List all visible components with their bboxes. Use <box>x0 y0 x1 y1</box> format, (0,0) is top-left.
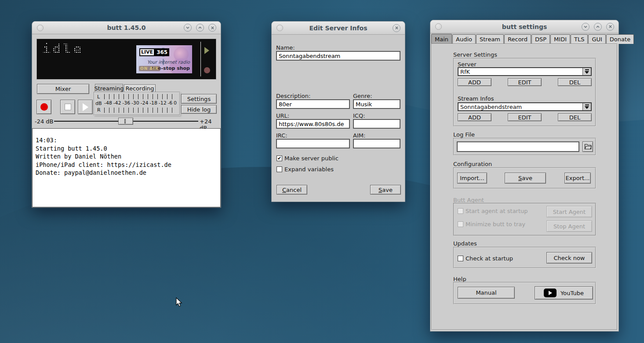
tab-donate[interactable]: Donate <box>606 34 634 44</box>
url-field[interactable] <box>276 119 350 129</box>
server-dropdown[interactable]: RfK <box>458 67 592 76</box>
record-status-dot-icon <box>204 67 210 73</box>
close-icon <box>395 26 399 30</box>
tab-dsp[interactable]: DSP <box>531 34 550 44</box>
dropdown-arrow-icon <box>582 68 591 75</box>
maximize-button[interactable] <box>196 24 204 32</box>
tab-stream[interactable]: Stream <box>476 34 504 44</box>
icq-label: ICQ: <box>353 112 365 119</box>
window-menu-button[interactable] <box>277 25 283 31</box>
settings-button[interactable]: Settings <box>181 94 217 104</box>
make-server-public-checkbox[interactable]: ✔ Make server public <box>277 155 338 162</box>
chevron-down-icon <box>583 25 588 29</box>
check-at-startup-checkbox[interactable]: Check at startup <box>458 255 513 262</box>
stream-del-button[interactable]: DEL <box>558 113 592 121</box>
server-add-button[interactable]: ADD <box>458 78 491 86</box>
close-icon <box>608 25 612 29</box>
minimize-button[interactable] <box>184 24 192 32</box>
genre-field[interactable] <box>353 99 400 109</box>
start-agent-button: Start Agent <box>546 206 592 217</box>
stop-icon <box>65 104 71 110</box>
irc-label: IRC: <box>276 132 287 139</box>
main-titlebar[interactable]: butt 1.45.0 <box>32 22 221 34</box>
window-menu-button[interactable] <box>37 25 44 31</box>
stream-status-play-icon <box>204 47 209 54</box>
server-del-button[interactable]: DEL <box>558 78 592 86</box>
tab-record[interactable]: Record <box>504 34 531 44</box>
aim-label: AIM: <box>353 132 365 139</box>
manual-button[interactable]: Manual <box>458 287 515 299</box>
close-button[interactable] <box>393 24 400 32</box>
settings-window: butt settings Main Audio Stream Record D… <box>430 20 619 332</box>
dropdown-arrow-icon <box>582 103 591 110</box>
help-label: Help <box>453 276 466 282</box>
hide-log-button[interactable]: Hide log <box>181 105 217 114</box>
url-label: URL: <box>276 112 289 119</box>
edit-server-infos-dialog: Edit Server Infos Name: Description: Gen… <box>271 21 405 202</box>
folder-icon <box>584 144 592 150</box>
log-output[interactable]: 14:03: Starting butt 1.45.0 Written by D… <box>32 128 221 207</box>
window-menu-button[interactable] <box>435 23 442 30</box>
youtube-button[interactable]: YouTube <box>535 286 593 300</box>
save-button[interactable]: Save <box>370 185 401 195</box>
tab-midi[interactable]: MIDI <box>550 34 570 44</box>
stream-add-button[interactable]: ADD <box>458 113 491 121</box>
close-button[interactable] <box>208 24 216 32</box>
expand-variables-checkbox[interactable]: Expand variables <box>277 166 334 173</box>
stream-edit-button[interactable]: EDIT <box>508 113 542 121</box>
start-agent-at-startup-checkbox: Start agent at startup <box>458 208 528 214</box>
tab-streaming[interactable]: Streaming <box>95 84 123 92</box>
tab-tls[interactable]: TLS <box>571 34 588 44</box>
check-now-button[interactable]: Check now <box>546 252 592 264</box>
chevron-down-icon <box>186 25 190 30</box>
record-button[interactable] <box>36 100 51 114</box>
play-icon <box>83 103 88 111</box>
config-save-button[interactable]: Save <box>505 173 546 184</box>
settings-titlebar[interactable]: butt settings <box>430 20 619 33</box>
irc-field[interactable] <box>276 139 350 148</box>
import-button[interactable]: Import... <box>457 173 487 184</box>
icq-field[interactable] <box>353 119 400 129</box>
log-line: Written by Daniel Nöthen <box>36 152 217 161</box>
export-button[interactable]: Export... <box>564 173 591 184</box>
edit-dialog-titlebar[interactable]: Edit Server Infos <box>272 22 405 35</box>
stream-infos-label: Stream Infos <box>458 95 494 102</box>
log-line: 14:03: <box>36 136 217 144</box>
minimize-button[interactable] <box>582 23 589 31</box>
live365-logo: LIVE 365 <box>139 48 169 56</box>
live365-ad-banner[interactable]: LIVE 365 Your internet radio one-stop sh… <box>136 45 192 73</box>
updates-label: Updates <box>453 240 477 247</box>
server-label: Server <box>458 61 477 68</box>
tab-recording[interactable]: Recording <box>124 84 156 92</box>
stop-agent-button: Stop Agent <box>546 220 592 232</box>
stream-infos-dropdown[interactable]: Sonntagabendstream <box>458 102 592 111</box>
display-separator <box>200 42 201 76</box>
name-field[interactable] <box>276 51 400 61</box>
on-air-sign: ON AIR <box>139 66 160 71</box>
status-text: idle <box>42 41 84 57</box>
browse-log-file-button[interactable] <box>582 141 593 152</box>
log-file-field[interactable] <box>457 141 579 152</box>
name-label: Name: <box>276 44 295 51</box>
gain-slider-handle[interactable] <box>118 118 133 125</box>
tab-audio[interactable]: Audio <box>452 34 476 44</box>
tab-gui[interactable]: GUI <box>588 34 605 44</box>
minimize-butt-to-tray-checkbox: Minimize butt to tray <box>458 221 525 227</box>
description-field[interactable] <box>276 99 350 109</box>
close-button[interactable] <box>606 23 614 31</box>
close-icon <box>211 26 215 30</box>
server-edit-button[interactable]: EDIT <box>508 78 542 86</box>
record-icon <box>40 103 48 111</box>
chevron-up-icon <box>198 25 202 30</box>
server-settings-label: Server Settings <box>453 51 497 58</box>
stop-button[interactable] <box>60 100 75 114</box>
mixer-button[interactable]: Mixer <box>37 84 89 94</box>
status-display: idle LIVE 365 Your internet radio one-st… <box>36 39 216 79</box>
cancel-button[interactable]: Cancel <box>277 185 307 195</box>
meter-scale: -48-42-36-30-24-18-12-60 <box>104 100 177 106</box>
tab-main[interactable]: Main <box>431 34 452 44</box>
desktop: butt 1.45.0 idle LIVE 365 Your internet … <box>0 0 644 343</box>
play-button[interactable] <box>78 100 93 114</box>
maximize-button[interactable] <box>594 23 602 31</box>
aim-field[interactable] <box>353 139 400 148</box>
